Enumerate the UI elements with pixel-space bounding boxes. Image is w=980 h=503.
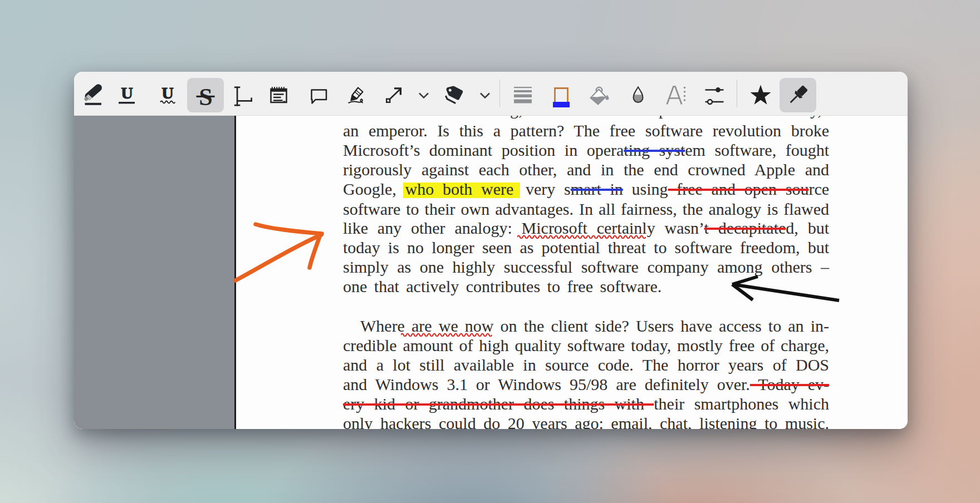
- svg-text:U: U: [161, 84, 174, 102]
- svg-text:S: S: [199, 84, 212, 106]
- svg-text:U: U: [121, 84, 133, 102]
